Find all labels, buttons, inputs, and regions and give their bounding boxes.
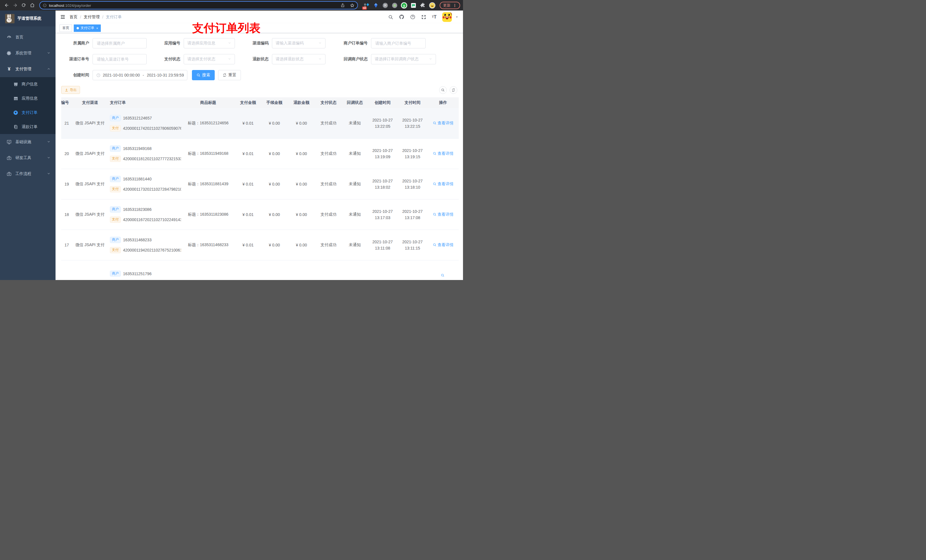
briefcase-icon [6, 171, 12, 177]
filter-label: 所属商户 [61, 41, 92, 46]
extension-command-icon[interactable]: ⌘ [382, 2, 389, 9]
export-button[interactable]: 导出 [61, 86, 80, 94]
chevron-down-icon [47, 155, 50, 160]
filter-row-2: 渠道订单号 支付状态 请选择支付状态 退款状态 [61, 54, 463, 64]
extension-y-icon[interactable]: y [401, 2, 407, 9]
notify-status: 未通知 [342, 242, 368, 248]
date-start: 2021-10-01 00:00:00 [103, 73, 140, 77]
view-detail-link[interactable]: 查看详情 [433, 181, 454, 187]
refund-amount: ¥ 0.00 [288, 121, 315, 125]
github-icon[interactable] [399, 14, 404, 20]
extension-badge: 10 [362, 6, 367, 10]
refresh-button[interactable] [449, 86, 457, 94]
product-title: 标题：1635312124656 [181, 121, 235, 126]
fee-amount: ¥ 0.00 [261, 151, 288, 156]
breadcrumb-home[interactable]: 首页 [70, 15, 77, 20]
profile-emoji-icon[interactable] [429, 2, 436, 9]
forward-icon[interactable] [11, 2, 19, 9]
filter-row-1: 所属商户 应用编号 请选择应用信息 渠道编码 [61, 38, 463, 48]
table-header: 编号 支付渠道 支付订单 商品标题 支付金额 手续金额 退款金额 支付状态 回调… [61, 97, 459, 108]
tab-close-icon[interactable]: × [96, 26, 98, 30]
notify-status: 未通知 [342, 212, 368, 217]
filter-create-time: 创建时间 2021-10-01 00:00:00 - 2021-10-31 23… [61, 70, 188, 80]
reload-icon[interactable] [20, 2, 27, 9]
user-avatar[interactable] [442, 12, 452, 22]
breadcrumb-pay[interactable]: 支付管理 [84, 15, 100, 20]
pay-order-cell: 商户 1635311251796 [107, 270, 181, 280]
fullscreen-icon[interactable] [421, 15, 426, 20]
merchant-input[interactable] [92, 38, 147, 48]
tab-pay-order[interactable]: 支付订单 × [74, 24, 101, 32]
filter-label: 回调商户状态 [334, 57, 371, 62]
merchant-order-no: 1635311251796 [123, 272, 151, 276]
page-title: 支付订单列表 [192, 20, 260, 36]
clock-icon [96, 73, 100, 77]
sidebar-item-label: 系统管理 [15, 51, 47, 56]
home-icon[interactable] [29, 2, 36, 9]
extensions-puzzle-icon[interactable] [419, 2, 426, 9]
extension-chat-icon[interactable] [410, 2, 417, 9]
sidebar-item-system[interactable]: 系统管理 [0, 45, 56, 61]
toggle-search-button[interactable] [439, 86, 447, 94]
user-menu-caret-icon[interactable] [455, 15, 458, 20]
action-cell: 查看详情 [427, 242, 459, 248]
view-detail-link[interactable]: 查看详情 [433, 242, 454, 248]
share-icon[interactable] [340, 3, 345, 8]
update-button[interactable]: 更新 ⋮ [440, 2, 460, 9]
filter-label: 创建时间 [61, 72, 92, 78]
sidebar-item-infra[interactable]: 基础设施 [0, 134, 56, 150]
font-size-icon[interactable]: TT [432, 15, 437, 20]
merchant-input-field[interactable] [96, 41, 143, 46]
view-detail-link[interactable]: 查看详情 [433, 212, 454, 217]
extension-dot-icon[interactable] [391, 2, 398, 9]
extension-kite-icon[interactable] [372, 2, 379, 9]
merchant-order-no-input[interactable] [371, 38, 426, 48]
refund-status-select[interactable]: 请选择退款状态 [272, 54, 325, 64]
sidebar-item-label: 支付管理 [15, 66, 47, 72]
back-icon[interactable] [3, 2, 10, 9]
url-bar[interactable]: localhost:1024/pay/order [39, 1, 358, 9]
sidebar-logo[interactable]: 芋道管理系统 [0, 11, 56, 26]
chevron-up-icon [47, 67, 50, 71]
browser-menu-icon[interactable]: ⋮ [453, 3, 457, 8]
sidebar-item-pay[interactable]: ¥ 支付管理 [0, 61, 56, 77]
filter-row-3: 创建时间 2021-10-01 00:00:00 - 2021-10-31 23… [61, 70, 463, 80]
channel-order-no-field[interactable] [96, 57, 143, 62]
tab-home[interactable]: 首页 [59, 24, 72, 32]
view-detail-link[interactable]: 查看详情 [433, 121, 454, 126]
fee-amount: ¥ 0.00 [261, 243, 288, 247]
sidebar-item-merchant-info[interactable]: 商户信息 [0, 77, 56, 91]
pay-channel: 微信 JSAPI 支付 [73, 151, 107, 156]
channel-order-no-input[interactable] [92, 54, 147, 64]
pay-channel: 微信 JSAPI 支付 [73, 181, 107, 187]
sidebar-menu: 首页 系统管理 ¥ 支付管理 [0, 26, 56, 182]
extension-boxes-icon[interactable]: 10 [363, 2, 370, 9]
notify-status-select[interactable]: 请选择订单回调商户状态 [371, 54, 436, 64]
sidebar-fold-icon[interactable] [60, 14, 65, 20]
tab-active-dot [77, 27, 79, 29]
view-detail-link[interactable] [441, 273, 446, 277]
reset-button[interactable]: 重置 [218, 70, 241, 80]
document-icon [12, 125, 19, 130]
table-row: 21 微信 JSAPI 支付 商户 1635312124657 支付 42000… [61, 108, 459, 139]
chevron-down-icon [228, 41, 231, 46]
sidebar-item-label: 应用信息 [22, 96, 38, 101]
sidebar-item-pay-order[interactable]: ¥ 支付订单 [0, 106, 56, 120]
search-icon[interactable] [388, 15, 393, 20]
merchant-order-no-field[interactable] [375, 41, 422, 46]
sidebar-item-workflow[interactable]: 工作流程 [0, 166, 56, 182]
create-time-range[interactable]: 2021-10-01 00:00:00 - 2021-10-31 23:59:5… [92, 70, 188, 80]
view-detail-link[interactable]: 查看详情 [433, 151, 454, 156]
sidebar-item-refund-order[interactable]: 退款订单 [0, 120, 56, 134]
sidebar-item-home[interactable]: 首页 [0, 29, 56, 45]
question-icon[interactable] [410, 14, 415, 20]
app-select[interactable]: 请选择应用信息 [184, 38, 235, 48]
search-button[interactable]: 搜索 [192, 70, 215, 80]
sidebar-item-app-info[interactable]: 应用信息 [0, 91, 56, 106]
sidebar-item-devtools[interactable]: 研发工具 [0, 150, 56, 166]
pay-time: 2021-10-2713:19:15 [398, 147, 427, 160]
channel-code-select[interactable]: 请输入渠道编码 [272, 38, 325, 48]
info-icon[interactable] [43, 3, 47, 8]
pay-status-select[interactable]: 请选择支付状态 [184, 54, 235, 64]
bookmark-star-icon[interactable] [350, 3, 354, 8]
